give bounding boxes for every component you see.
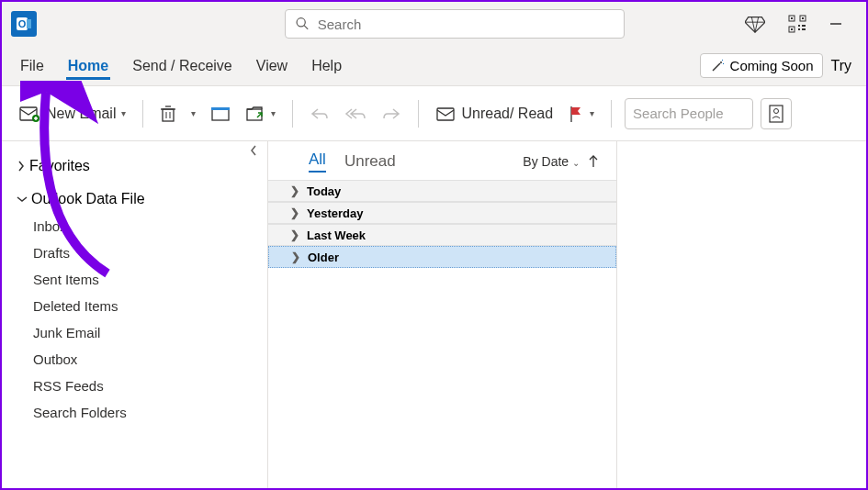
group-label: Today bbox=[307, 184, 341, 198]
coming-soon-label: Coming Soon bbox=[730, 58, 814, 73]
datafile-header[interactable]: Outlook Data File bbox=[13, 184, 267, 213]
envelope-icon bbox=[435, 106, 456, 122]
folder-pane: Favorites Outlook Data File Inbox Drafts… bbox=[2, 141, 268, 488]
reply-all-button[interactable] bbox=[337, 96, 374, 131]
svg-rect-12 bbox=[802, 17, 804, 19]
folder-inbox[interactable]: Inbox bbox=[33, 213, 267, 239]
archive-icon bbox=[210, 106, 231, 122]
svg-point-41 bbox=[774, 108, 779, 113]
svg-rect-38 bbox=[437, 108, 454, 120]
new-email-label: New Email bbox=[46, 106, 116, 122]
svg-line-21 bbox=[713, 63, 720, 71]
favorites-header[interactable]: Favorites bbox=[13, 149, 267, 184]
svg-rect-17 bbox=[798, 28, 800, 30]
chevron-left-icon bbox=[249, 145, 258, 156]
tab-all[interactable]: All bbox=[309, 150, 326, 173]
try-button[interactable]: Try bbox=[830, 58, 851, 74]
window-minimize-button[interactable] bbox=[829, 17, 857, 30]
folder-deleted-items[interactable]: Deleted Items bbox=[33, 293, 267, 319]
tab-unread[interactable]: Unread bbox=[344, 152, 396, 171]
svg-text:O: O bbox=[18, 18, 27, 29]
toolbar-divider bbox=[292, 100, 293, 128]
group-last-week[interactable]: ❯ Last Week bbox=[268, 224, 616, 246]
chevron-right-icon: ❯ bbox=[291, 251, 300, 263]
svg-line-24 bbox=[723, 63, 724, 64]
unread-read-label: Unread/ Read bbox=[461, 106, 553, 122]
group-yesterday[interactable]: ❯ Yesterday bbox=[268, 202, 616, 224]
svg-rect-34 bbox=[212, 109, 229, 120]
title-bar: O bbox=[2, 2, 866, 46]
unread-read-button[interactable]: Unread/ Read bbox=[428, 96, 560, 131]
svg-point-22 bbox=[720, 61, 722, 63]
sort-direction-button[interactable] bbox=[589, 155, 598, 168]
collapse-folder-pane-button[interactable] bbox=[249, 145, 258, 156]
svg-rect-2 bbox=[27, 19, 31, 28]
wand-icon bbox=[710, 59, 725, 73]
folder-junk-email[interactable]: Junk Email bbox=[33, 319, 267, 346]
body-area: Favorites Outlook Data File Inbox Drafts… bbox=[2, 141, 866, 488]
svg-point-3 bbox=[297, 18, 305, 27]
svg-rect-15 bbox=[798, 25, 800, 27]
menu-send-receive[interactable]: Send / Receive bbox=[130, 52, 234, 80]
delete-dropdown[interactable]: ▾ bbox=[184, 96, 203, 131]
favorites-label: Favorites bbox=[29, 158, 90, 174]
new-email-button[interactable]: New Email ▾ bbox=[11, 96, 133, 131]
premium-diamond-icon[interactable] bbox=[745, 14, 765, 34]
folder-search-folders[interactable]: Search Folders bbox=[33, 399, 267, 426]
chevron-down-icon bbox=[17, 195, 28, 204]
menu-view[interactable]: View bbox=[254, 52, 289, 80]
svg-rect-16 bbox=[802, 25, 804, 27]
chevron-right-icon: ❯ bbox=[290, 184, 299, 197]
contact-card-icon bbox=[768, 104, 784, 124]
delete-button[interactable] bbox=[152, 96, 184, 131]
reply-all-icon bbox=[344, 106, 366, 122]
global-search-input[interactable] bbox=[318, 17, 614, 32]
chevron-right-icon bbox=[17, 161, 26, 172]
group-today[interactable]: ❯ Today bbox=[268, 180, 616, 202]
qr-code-icon[interactable] bbox=[787, 14, 807, 34]
menu-file[interactable]: File bbox=[18, 52, 46, 80]
toolbar-divider bbox=[418, 100, 419, 128]
search-people-input[interactable]: Search People bbox=[625, 98, 753, 129]
address-book-button[interactable] bbox=[761, 98, 792, 129]
folder-list: Inbox Drafts Sent Items Deleted Items Ju… bbox=[13, 213, 267, 426]
svg-line-23 bbox=[722, 60, 723, 61]
folder-sent-items[interactable]: Sent Items bbox=[33, 266, 267, 293]
ribbon-tabs: File Home Send / Receive View Help Comin… bbox=[2, 46, 866, 86]
menu-home[interactable]: Home bbox=[66, 52, 110, 80]
toolbar-divider bbox=[142, 100, 143, 128]
message-area: All Unread By Date ⌄ ❯ Today ❯ Yesterday… bbox=[268, 141, 866, 488]
flag-button[interactable]: ▾ bbox=[560, 96, 602, 131]
reply-button[interactable] bbox=[302, 96, 337, 131]
ribbon-toolbar: New Email ▾ ▾ ▾ Unread/ Read bbox=[2, 86, 866, 141]
sort-by-button[interactable]: By Date ⌄ bbox=[523, 154, 580, 169]
search-icon bbox=[295, 16, 310, 32]
folder-rss-feeds[interactable]: RSS Feeds bbox=[33, 373, 267, 399]
trash-icon bbox=[160, 105, 176, 123]
folder-drafts[interactable]: Drafts bbox=[33, 239, 267, 266]
archive-button[interactable] bbox=[203, 96, 238, 131]
forward-button[interactable] bbox=[374, 96, 409, 131]
svg-rect-35 bbox=[211, 107, 230, 110]
global-search-box[interactable] bbox=[285, 9, 625, 39]
folder-outbox[interactable]: Outbox bbox=[33, 346, 267, 373]
svg-line-4 bbox=[304, 26, 308, 29]
chevron-right-icon: ❯ bbox=[290, 206, 299, 219]
group-older[interactable]: ❯ Older bbox=[268, 246, 616, 268]
coming-soon-button[interactable]: Coming Soon bbox=[700, 53, 824, 78]
search-people-placeholder: Search People bbox=[633, 106, 723, 121]
toolbar-divider bbox=[611, 100, 612, 128]
datafile-label: Outlook Data File bbox=[31, 191, 145, 207]
move-button[interactable]: ▾ bbox=[238, 96, 283, 131]
svg-rect-18 bbox=[802, 28, 806, 30]
svg-rect-29 bbox=[163, 109, 174, 121]
message-list-pane: All Unread By Date ⌄ ❯ Today ❯ Yesterday… bbox=[268, 141, 617, 488]
menu-help[interactable]: Help bbox=[310, 52, 344, 80]
outlook-logo-icon: O bbox=[11, 11, 37, 37]
flag-icon bbox=[568, 105, 584, 123]
chevron-right-icon: ❯ bbox=[290, 228, 299, 241]
svg-marker-5 bbox=[745, 17, 765, 32]
svg-rect-10 bbox=[791, 17, 793, 19]
chevron-down-icon: ⌄ bbox=[572, 158, 580, 168]
arrow-up-icon bbox=[589, 155, 598, 168]
